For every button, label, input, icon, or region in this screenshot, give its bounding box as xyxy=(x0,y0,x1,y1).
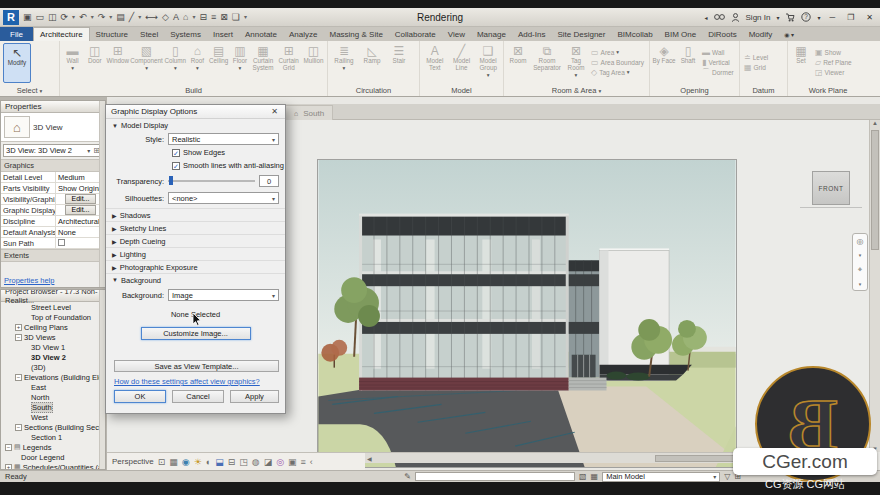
scale-icon[interactable]: ⊡ xyxy=(158,457,166,467)
tab-view[interactable]: View xyxy=(442,27,471,41)
crop-view-icon[interactable]: ⊟ xyxy=(228,457,236,467)
temporary-hide-isolate-icon[interactable]: ◪ xyxy=(264,457,273,467)
dialog-title-bar[interactable]: Graphic Display Options ✕ xyxy=(106,105,285,119)
viewer-button[interactable]: ◲Viewer xyxy=(815,69,855,77)
view-caret-icon[interactable]: ▾ xyxy=(192,12,195,22)
set-button[interactable]: ▦Set xyxy=(790,42,812,84)
text-icon[interactable]: A xyxy=(173,12,179,22)
panel-label-room-area[interactable]: Room & Area▾ xyxy=(504,85,649,96)
tree-item[interactable]: 3D View 1 xyxy=(1,342,105,352)
tab-architecture[interactable]: Architecture xyxy=(33,27,90,41)
worksets-field[interactable] xyxy=(415,472,575,481)
model-group-button[interactable]: ❑Model Group▾ xyxy=(475,42,501,84)
show-edges-checkbox[interactable]: ✓Show Edges xyxy=(172,146,285,159)
dialog-close-icon[interactable]: ✕ xyxy=(269,107,280,116)
customize-qat-icon[interactable]: ▾ xyxy=(244,12,247,22)
slider-thumb[interactable] xyxy=(169,176,173,185)
signin-caret-icon[interactable]: ▾ xyxy=(776,14,779,21)
workflow-caret-icon[interactable]: ◉ ▾ xyxy=(778,27,800,41)
roof-button[interactable]: ⌂Roof▾ xyxy=(188,42,207,84)
tab-structure[interactable]: Structure xyxy=(90,27,134,41)
undo-icon[interactable]: ↶ xyxy=(79,12,87,22)
tree-item-active-view[interactable]: 3D View 2 xyxy=(1,352,105,362)
close-button[interactable]: ✕ xyxy=(863,13,876,22)
area-button[interactable]: ▭Area▾ xyxy=(591,49,645,57)
section-photographic-exposure[interactable]: ▶Photographic Exposure xyxy=(106,260,285,273)
tag-room-button[interactable]: ⊠Tag Room▾ xyxy=(564,42,588,84)
scroll-left-icon[interactable]: ◀ xyxy=(367,455,372,462)
sun-path-icon[interactable]: ☀ xyxy=(194,457,202,467)
tab-insert[interactable]: Insert xyxy=(207,27,239,41)
visibility-edit-button[interactable]: Edit... xyxy=(65,194,97,204)
model-line-button[interactable]: ╱Model Line xyxy=(449,42,475,84)
section-sketchy-lines[interactable]: ▶Sketchy Lines xyxy=(106,221,285,234)
tab-site-designer[interactable]: Site Designer xyxy=(551,27,611,41)
tree-item[interactable]: +▦Schedules/Quantities (all... xyxy=(1,462,105,470)
navigation-bar[interactable]: ◎ ▾ ⌖ ▾ xyxy=(852,233,868,291)
show-button[interactable]: ▣Show xyxy=(815,49,855,57)
undo-caret-icon[interactable]: ▾ xyxy=(91,12,94,22)
style-select[interactable]: Realistic▾ xyxy=(168,133,279,145)
design-options-icon[interactable]: ▧ xyxy=(579,472,587,481)
section-shadows[interactable]: ▶Shadows xyxy=(106,208,285,221)
tab-collaborate[interactable]: Collaborate xyxy=(389,27,442,41)
smooth-lines-checkbox[interactable]: ✓Smooth lines with anti-aliasing xyxy=(172,159,285,172)
tab-add-ins[interactable]: Add-Ins xyxy=(512,27,552,41)
vertical-scrollbar[interactable]: ▲ ▼ xyxy=(869,120,880,452)
panel-label-select[interactable]: Select▾ xyxy=(0,85,59,96)
reveal-hidden-icon[interactable]: ◎ xyxy=(276,457,284,467)
wall-button[interactable]: ▬Wall▾ xyxy=(62,42,83,84)
tree-item[interactable]: Door Legend xyxy=(1,452,105,462)
tree-item[interactable]: −3D Views xyxy=(1,332,105,342)
tree-item[interactable]: (3D) xyxy=(1,362,105,372)
worksharing-display-icon[interactable]: ≡ xyxy=(301,457,306,467)
transparency-value[interactable]: 0 xyxy=(259,175,279,187)
detail-level-icon[interactable]: ▦ xyxy=(169,457,178,467)
sign-in-label[interactable]: Sign In xyxy=(746,13,771,22)
cancel-button[interactable]: Cancel xyxy=(172,390,224,403)
column-button[interactable]: ▯Column▾ xyxy=(164,42,187,84)
modify-button[interactable]: ↖ Modify xyxy=(3,43,31,83)
section-depth-cueing[interactable]: ▶Depth Cueing xyxy=(106,234,285,247)
tree-item-selected[interactable]: South xyxy=(1,402,105,412)
tree-item[interactable]: Section 1 xyxy=(1,432,105,442)
navbar-caret2-icon[interactable]: ▾ xyxy=(859,281,862,287)
section-lighting[interactable]: ▶Lighting xyxy=(106,247,285,260)
type-selector[interactable]: 3D View: 3D View 2 ▾ ⊞ xyxy=(3,144,103,157)
search-caret-icon[interactable]: ◂ xyxy=(705,14,708,21)
expand-icon[interactable]: + xyxy=(15,324,22,331)
tab-massing-site[interactable]: Massing & Site xyxy=(323,27,388,41)
thin-lines-icon[interactable]: ≡ xyxy=(211,12,216,22)
grid-button[interactable]: ▦Grid xyxy=(744,64,768,72)
tab-manage[interactable]: Manage xyxy=(471,27,512,41)
tab-diroots[interactable]: DiRoots xyxy=(702,27,742,41)
level-button[interactable]: ≐Level xyxy=(744,54,768,62)
help-icon[interactable]: ? xyxy=(801,12,811,22)
user-icon[interactable] xyxy=(731,13,740,22)
tree-item[interactable]: East xyxy=(1,382,105,392)
ramp-button[interactable]: ◺Ramp xyxy=(359,42,385,84)
ok-button[interactable]: OK xyxy=(114,390,166,403)
switch-windows-icon[interactable]: ❏ xyxy=(232,12,240,22)
close-hidden-windows-icon[interactable]: ⊠ xyxy=(220,12,228,22)
sun-path-checkbox[interactable] xyxy=(58,239,65,246)
view-tab-south[interactable]: ⌂ South xyxy=(285,105,333,120)
show-crop-region-icon[interactable]: ◳ xyxy=(239,457,248,467)
minimize-button[interactable]: ─ xyxy=(826,13,838,22)
dialog-help-link[interactable]: How do these settings affect view graphi… xyxy=(114,377,260,386)
collapse-icon[interactable]: − xyxy=(15,334,22,341)
collapse-icon[interactable]: − xyxy=(5,444,12,451)
tab-bimcollab[interactable]: BIMcollab xyxy=(611,27,658,41)
tree-item[interactable]: −Sections (Building Section) xyxy=(1,422,105,432)
tree-item[interactable]: West xyxy=(1,412,105,422)
tree-item[interactable]: Top of Foundation xyxy=(1,312,105,322)
customize-image-button[interactable]: Customize Image... xyxy=(141,327,251,340)
cart-icon[interactable] xyxy=(785,13,795,22)
measure-icon[interactable]: ╱ xyxy=(129,12,134,22)
scroll-up-icon[interactable]: ▲ xyxy=(872,120,878,126)
shadows-icon[interactable]: ◐ xyxy=(206,457,211,467)
properties-header[interactable]: Properties xyxy=(1,101,105,113)
graphic-display-edit-button[interactable]: Edit... xyxy=(65,205,97,215)
lock-view-icon[interactable]: ◍ xyxy=(252,457,260,467)
apply-button[interactable]: Apply xyxy=(230,390,279,403)
